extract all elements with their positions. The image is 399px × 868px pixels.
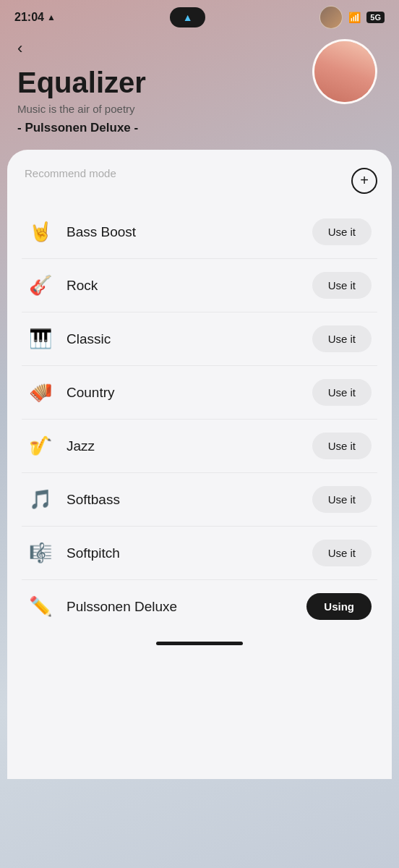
pulssonen-icon: ✏️ bbox=[27, 595, 53, 618]
eq-item-jazz: 🎷JazzUse it bbox=[22, 420, 377, 473]
wifi-icon: 📶 bbox=[348, 12, 361, 23]
album-art-inner bbox=[314, 41, 375, 102]
status-center-pill: ▲ bbox=[170, 7, 206, 27]
back-button[interactable]: ‹ bbox=[17, 39, 22, 58]
eq-item-softbass: 🎵SoftbassUse it bbox=[22, 473, 377, 527]
section-label: Recommend mode bbox=[22, 167, 116, 179]
classic-icon: 🎹 bbox=[27, 328, 53, 350]
softbass-label: Softbass bbox=[66, 492, 120, 508]
status-time: 21:04 bbox=[14, 11, 44, 24]
country-icon: 🪗 bbox=[27, 381, 53, 404]
softbass-icon: 🎵 bbox=[27, 488, 53, 511]
status-right: 📶 5G bbox=[319, 6, 385, 29]
classic-label: Classic bbox=[66, 331, 111, 347]
eq-item-left-rock: 🎸Rock bbox=[27, 274, 98, 297]
add-mode-button[interactable]: + bbox=[351, 168, 377, 194]
jazz-use-button[interactable]: Use it bbox=[312, 433, 372, 459]
status-bar: 21:04 ▲ ▲ 📶 5G bbox=[0, 0, 399, 32]
eq-item-softpitch: 🎼SoftpitchUse it bbox=[22, 527, 377, 580]
softpitch-label: Softpitch bbox=[66, 545, 120, 561]
album-art bbox=[312, 39, 377, 104]
pulssonen-label: Pulssonen Deluxe bbox=[66, 599, 177, 615]
pulssonen-use-button[interactable]: Using bbox=[306, 593, 372, 620]
avatar bbox=[319, 6, 343, 29]
rock-icon: 🎸 bbox=[27, 274, 53, 297]
rock-label: Rock bbox=[66, 278, 98, 294]
bass-boost-icon: 🤘 bbox=[27, 221, 53, 243]
status-left: 21:04 ▲ bbox=[14, 11, 56, 24]
nav-logo-icon: ▲ bbox=[183, 12, 193, 23]
softbass-use-button[interactable]: Use it bbox=[312, 486, 372, 513]
bass-boost-label: Bass Boost bbox=[66, 224, 136, 240]
page-subtitle: Music is the air of poetry bbox=[17, 103, 382, 115]
eq-item-rock: 🎸RockUse it bbox=[22, 259, 377, 312]
header-area: ‹ Equalizer Music is the air of poetry -… bbox=[0, 32, 399, 150]
location-icon: ▲ bbox=[47, 12, 56, 22]
eq-item-pulssonen: ✏️Pulssonen DeluxeUsing bbox=[22, 580, 377, 633]
eq-item-left-pulssonen: ✏️Pulssonen Deluxe bbox=[27, 595, 177, 618]
eq-item-left-classic: 🎹Classic bbox=[27, 328, 111, 350]
current-mode-label: - Pulssonen Deluxe - bbox=[17, 121, 382, 135]
eq-item-left-country: 🪗Country bbox=[27, 381, 115, 404]
eq-item-left-softpitch: 🎼Softpitch bbox=[27, 542, 120, 564]
eq-item-left-softbass: 🎵Softbass bbox=[27, 488, 120, 511]
eq-item-left-jazz: 🎷Jazz bbox=[27, 435, 95, 457]
country-label: Country bbox=[66, 385, 115, 401]
eq-item-country: 🪗CountryUse it bbox=[22, 366, 377, 420]
eq-list: 🤘Bass BoostUse it🎸RockUse it🎹ClassicUse … bbox=[22, 205, 377, 633]
rock-use-button[interactable]: Use it bbox=[312, 272, 372, 299]
eq-item-classic: 🎹ClassicUse it bbox=[22, 312, 377, 366]
eq-item-left-bass-boost: 🤘Bass Boost bbox=[27, 221, 136, 243]
battery-indicator: 5G bbox=[366, 12, 385, 23]
softpitch-icon: 🎼 bbox=[27, 542, 53, 564]
eq-item-bass-boost: 🤘Bass BoostUse it bbox=[22, 205, 377, 259]
section-header: Recommend mode + bbox=[22, 167, 377, 194]
softpitch-use-button[interactable]: Use it bbox=[312, 540, 372, 566]
jazz-label: Jazz bbox=[66, 438, 95, 454]
home-indicator bbox=[156, 642, 243, 645]
country-use-button[interactable]: Use it bbox=[312, 379, 372, 406]
jazz-icon: 🎷 bbox=[27, 435, 53, 457]
classic-use-button[interactable]: Use it bbox=[312, 326, 372, 352]
main-card: Recommend mode + 🤘Bass BoostUse it🎸RockU… bbox=[7, 150, 392, 779]
bass-boost-use-button[interactable]: Use it bbox=[312, 218, 372, 245]
